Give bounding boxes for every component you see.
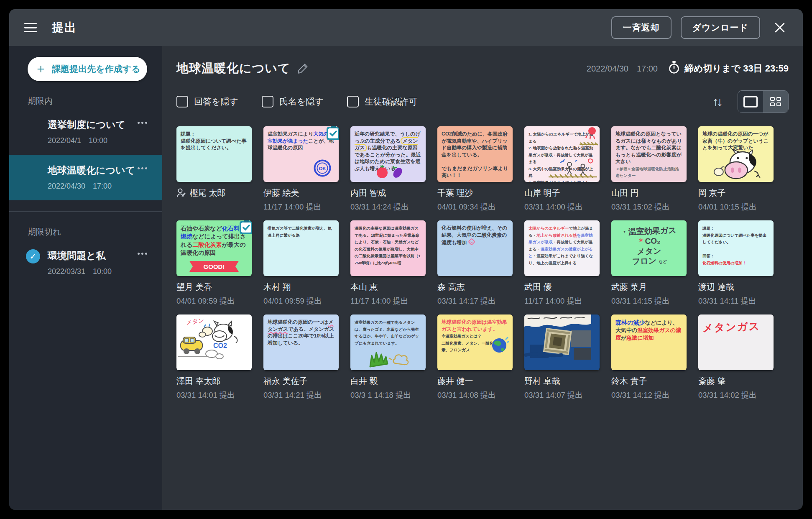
student-name: 樫尾 太郎 xyxy=(190,187,226,199)
submission-time: 03/31 14:21 提出 xyxy=(263,390,339,400)
single-view-icon xyxy=(743,96,758,107)
student-name: 武田 優 xyxy=(524,281,552,293)
note-text: 太陽からのエネルギーで地上が温まる・地上から放射される熱を温室効果ガスが吸収・再… xyxy=(529,225,595,266)
submission-note-thumbnail[interactable]: メタンCO2 xyxy=(176,314,252,370)
edit-pencil-icon[interactable] xyxy=(297,63,308,74)
stopwatch-icon xyxy=(669,61,679,76)
submission-card[interactable]: 野村 卓哉 03/31 14:07 提出 xyxy=(524,314,600,400)
teacher-icon xyxy=(176,188,186,198)
hamburger-menu-icon[interactable] xyxy=(24,23,37,33)
submission-card[interactable]: メタンCO2 澤田 幸太郎 03/31 14:01 提出 xyxy=(176,314,252,400)
close-icon[interactable] xyxy=(774,22,785,33)
deadline-countdown: 締め切りまで 33日 23:59 xyxy=(669,61,789,76)
submission-card[interactable]: 温室効果ガスにより大気の温室効果が強まったことが、地球温暖化の原因 OK 伊藤 … xyxy=(263,126,339,212)
sidebar-item-election[interactable]: 選挙制度について 2022/04/1 10:00 xyxy=(9,109,162,155)
submission-note-thumbnail[interactable]: 地球温暖化の原因となっているガスには様々なものがあります。なかでも二酸化炭素はも… xyxy=(611,126,687,182)
student-name: 澤田 幸太郎 xyxy=(176,376,221,387)
submission-card[interactable]: 地球温暖化の原因の一つはメタンガスである。メタンガスの排出はここ20年で10%以… xyxy=(263,314,339,400)
grid-view-icon xyxy=(770,97,781,106)
submission-card[interactable]: 課題： 温暖化原因について調べた事を提出してください。 樫尾 太郎 xyxy=(176,126,252,212)
return-all-button[interactable]: 一斉返却 xyxy=(611,16,672,39)
student-name: 白井 毅 xyxy=(350,376,378,387)
sort-order-icon[interactable]: ↑↓ xyxy=(712,95,721,109)
note-text: CO2削減のために、各国政府が電気自動車や、ハイブリッド自動車の購入や製造に補助… xyxy=(442,130,508,179)
submission-time: 03/31 14:00 提出 xyxy=(524,202,600,212)
assignment-title: 地球温暖化について xyxy=(48,164,147,177)
submission-time: 03/31 14:01 提出 xyxy=(176,390,252,400)
submission-note-thumbnail[interactable]: メタンガス xyxy=(698,314,774,370)
student-name: 山岸 明子 xyxy=(524,187,560,199)
submission-card[interactable]: 地球温暖化の原因となっているガスには様々なものがあります。なかでも二酸化炭素はも… xyxy=(611,126,687,212)
submission-note-thumbnail[interactable]: 森林の減少などにより、大気中の温室効果ガスの濃度が急激に増加 xyxy=(611,314,687,370)
grid-view-button[interactable] xyxy=(763,91,788,112)
submission-note-thumbnail[interactable]: 課題： 温暖化原因について調べた事を提出してください。 xyxy=(176,126,252,182)
download-button[interactable]: ダウンロード xyxy=(681,16,760,39)
student-name: 野村 卓哉 xyxy=(524,376,560,387)
submission-note-thumbnail[interactable]: 温室効果ガスの一種であるメタンは、腐ったゴミ、水田などから発生するほか、牛や羊、… xyxy=(350,314,426,370)
submission-time: 03/31 14:07 提出 xyxy=(524,390,600,400)
submission-note-thumbnail[interactable]: CO2削減のために、各国政府が電気自動車や、ハイブリッド自動車の購入や製造に補助… xyxy=(437,126,513,182)
submission-note-thumbnail[interactable]: 課題： 温暖化原因について調べた事を提出してください。 回答： 化石燃料の使用の… xyxy=(698,220,774,276)
submission-time: 03/31 15:02 提出 xyxy=(611,202,687,212)
create-assignment-button[interactable]: ＋ 課題提出先を作成する xyxy=(28,57,147,81)
hide-names-checkbox[interactable]: 氏名を隠す xyxy=(262,96,324,107)
submission-note-thumbnail[interactable] xyxy=(524,314,600,370)
submission-card[interactable]: 排気ガス等で二酸化炭素が増え、気温上昇に繋がる為 木村 翔 04/01 09:5… xyxy=(263,220,339,306)
svg-text:OK: OK xyxy=(319,166,326,171)
student-name: 斎藤 肇 xyxy=(698,376,726,387)
clipboard-check-decoration xyxy=(239,220,252,236)
student-name: 武藤 菜月 xyxy=(611,281,647,293)
checkbox-icon xyxy=(176,96,188,107)
submission-time: 11/17 14:00 提出 xyxy=(350,296,426,306)
submission-note-thumbnail[interactable]: 近年の研究結果で、うしのげっぷの主成分であるメタンガスも温暖化の主要な原因である… xyxy=(350,126,426,182)
student-name: 藤井 健一 xyxy=(437,376,473,387)
note-text: 石油や石炭など化石料の燃焼などによって排出される二酸化炭素が最大の温暖化の原因 xyxy=(181,225,248,257)
submission-note-thumbnail[interactable]: 温室効果ガスにより大気の温室効果が強まったことが、地球温暖化の原因 OK xyxy=(263,126,339,182)
submission-note-thumbnail[interactable]: 排気ガス等で二酸化炭素が増え、気温上昇に繋がる為 xyxy=(263,220,339,276)
submission-time: 03/31 14:24 提出 xyxy=(350,202,426,212)
submission-card[interactable]: 太陽からのエネルギーで地上が温まる・地上から放射される熱を温室効果ガスが吸収・再… xyxy=(524,220,600,306)
submission-time: 03/31 14:15 提出 xyxy=(611,296,687,306)
submission-note-thumbnail[interactable]: 地球温暖化の原因は温室効果ガスと言われています。 ※温室効果ガスとは？ 二酸化炭… xyxy=(437,314,513,370)
submission-card[interactable]: 課題： 温暖化原因について調べた事を提出してください。 回答： 化石燃料の使用の… xyxy=(698,220,774,306)
top-bar: 提出 一斉返却 ダウンロード xyxy=(9,9,803,46)
submission-card[interactable]: ・温室効果ガス ＊CO₂ メタン フロン など 武藤 菜月 03/31 14:1… xyxy=(611,220,687,306)
submission-card[interactable]: 1. 太陽からのエネルギーで地上が温まる 2. 地表面から放射された熱を温室効果… xyxy=(524,126,600,212)
more-options-icon[interactable] xyxy=(136,120,149,125)
submission-card[interactable]: 温室効果ガスの一種であるメタンは、腐ったゴミ、水田などから発生するほか、牛や羊、… xyxy=(350,314,426,400)
submission-note-thumbnail[interactable]: 1. 太陽からのエネルギーで地上が温まる 2. 地表面から放射された熱を温室効果… xyxy=(524,126,600,182)
submission-card[interactable]: 化石燃料の使用が増え、その結果、大気中の二酸化炭素の濃度も増加 森 高志 03/… xyxy=(437,220,513,306)
submission-card[interactable]: CO2削減のために、各国政府が電気自動車や、ハイブリッド自動車の購入や製造に補助… xyxy=(437,126,513,212)
single-view-button[interactable] xyxy=(738,91,763,112)
submission-note-thumbnail[interactable]: 地球の温暖化の原因の一つが家畜（牛）のゲップということを知って大変驚いた xyxy=(698,126,774,182)
submission-card[interactable]: 近年の研究結果で、うしのげっぷの主成分であるメタンガスも温暖化の主要な原因である… xyxy=(350,126,426,212)
checked-circle-icon: ✓ xyxy=(26,249,40,263)
more-options-icon[interactable] xyxy=(136,166,149,171)
submission-note-thumbnail[interactable]: 化石燃料の使用が増え、その結果、大気中の二酸化炭素の濃度も増加 xyxy=(437,220,513,276)
submission-card[interactable]: メタンガス 斎藤 肇 03/31 14:02 提出 xyxy=(698,314,774,400)
cow-decoration xyxy=(713,147,763,182)
clipboard-check-decoration xyxy=(326,126,339,142)
cpu-photo-decoration xyxy=(524,314,600,370)
student-confirm-checkbox[interactable]: 生徒確認許可 xyxy=(347,96,417,107)
submission-time: 03/31 14:12 提出 xyxy=(611,390,687,400)
submission-card[interactable]: 地球温暖化の原因は温室効果ガスと言われています。 ※温室効果ガスとは？ 二酸化炭… xyxy=(437,314,513,400)
grass-cloud-decoration xyxy=(361,347,415,369)
submission-card[interactable]: 地球の温暖化の原因の一つが家畜（牛）のゲップということを知って大変驚いた 岡 京… xyxy=(698,126,774,212)
submission-note-thumbnail[interactable]: 温暖化の主要な原因は温室効果ガスである。18世紀に始まった産業革命により、石炭・… xyxy=(350,220,426,276)
submission-card[interactable]: 石油や石炭など化石料の燃焼などによって排出される二酸化炭素が最大の温暖化の原因 … xyxy=(176,220,252,306)
submission-note-thumbnail[interactable]: 石油や石炭など化石料の燃焼などによって排出される二酸化炭素が最大の温暖化の原因 … xyxy=(176,220,252,276)
sun-scribble-decoration xyxy=(577,127,599,148)
submission-note-thumbnail[interactable]: 太陽からのエネルギーで地上が温まる・地上から放射される熱を温室効果ガスが吸収・再… xyxy=(524,220,600,276)
sidebar-item-environment[interactable]: ✓ 環境問題と私 2022/03/31 10:00 xyxy=(9,240,162,286)
submission-note-thumbnail[interactable]: ・温室効果ガス ＊CO₂ メタン フロン など xyxy=(611,220,687,276)
sidebar-item-global-warming[interactable]: 地球温暖化について 2022/04/30 17:00 xyxy=(9,155,162,200)
svg-text:GOOD!: GOOD! xyxy=(204,263,225,270)
hide-answers-checkbox[interactable]: 回答を隠す xyxy=(176,96,238,107)
submission-note-thumbnail[interactable]: 地球温暖化の原因の一つはメタンガスである。メタンガスの排出はここ20年で10%以… xyxy=(263,314,339,370)
ok-stamp-decoration: OK xyxy=(314,159,331,179)
submission-card[interactable]: 森林の減少などにより、大気中の温室効果ガスの濃度が急激に増加 鈴木 貴子 03/… xyxy=(611,314,687,400)
section-label-expired: 期限切れ xyxy=(28,226,162,238)
more-options-icon[interactable] xyxy=(136,251,149,256)
submission-card[interactable]: 温暖化の主要な原因は温室効果ガスである。18世紀に始まった産業革命により、石炭・… xyxy=(350,220,426,306)
